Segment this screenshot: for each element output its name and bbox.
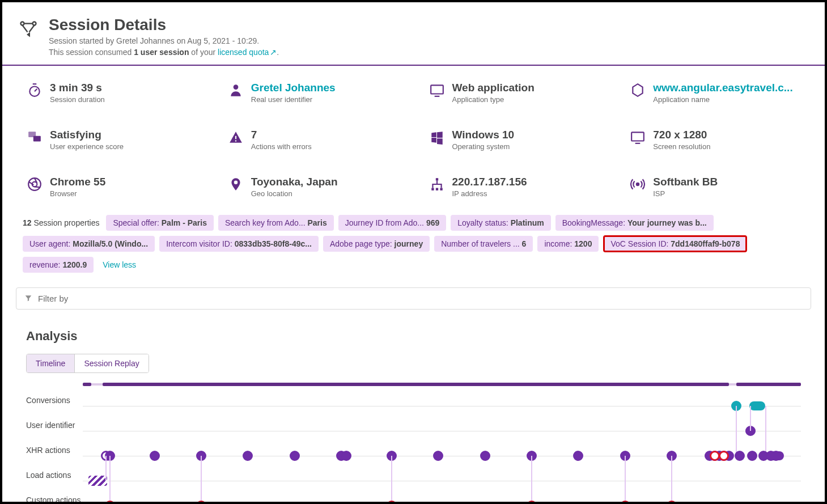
property-chip[interactable]: Loyalty status: Platinum — [451, 215, 551, 231]
consumed-line: This session consumed 1 user session of … — [49, 48, 279, 57]
property-chip[interactable]: Special offer: Palm - Paris — [106, 215, 214, 231]
session-icon — [18, 19, 39, 40]
stat-apptype: Web applicationApplication type — [430, 82, 608, 104]
stat-ux: SatisfyingUser experience score — [27, 129, 206, 151]
stat-res: 720 x 1280Screen resolution — [630, 129, 809, 151]
external-icon: ↗ — [270, 48, 277, 57]
svg-rect-13 — [431, 188, 434, 190]
row-label-load: Load actions — [26, 471, 83, 495]
timeline-point[interactable] — [747, 451, 757, 461]
svg-rect-15 — [440, 188, 442, 190]
timeline-point[interactable] — [573, 451, 583, 461]
hexagon-icon — [630, 83, 645, 98]
row-label-conversions: Conversions — [26, 396, 83, 421]
svg-point-1 — [33, 22, 36, 26]
timeline-point[interactable] — [710, 451, 720, 461]
page-title: Session Details — [49, 16, 279, 34]
tab-session-replay[interactable]: Session Replay — [74, 354, 148, 372]
svg-point-0 — [21, 22, 24, 26]
svg-rect-8 — [235, 140, 236, 141]
svg-point-3 — [233, 84, 238, 90]
timeline-chart: Conversions User identifier XHR actions … — [26, 383, 801, 504]
monitor-icon — [430, 83, 444, 98]
property-chip[interactable]: User agent: Mozilla/5.0 (Windo... — [23, 236, 155, 252]
session-properties: 12 Session properties Special offer: Pal… — [2, 215, 825, 273]
timeline-range-track[interactable] — [83, 383, 801, 386]
stat-ip: 220.17.187.156IP address — [430, 176, 608, 198]
row-label-useridentifier: User identifier — [26, 421, 83, 446]
timeline-point[interactable] — [243, 451, 253, 461]
property-chip[interactable]: Search key from Ado... Paris — [218, 215, 334, 231]
property-chip[interactable]: Adobe page type: journey — [323, 236, 430, 252]
timeline-point[interactable] — [433, 451, 443, 461]
row-label-custom: Custom actions — [26, 495, 83, 504]
stat-user[interactable]: Gretel JohannesReal user identifier — [228, 82, 407, 104]
antenna-icon — [630, 177, 645, 192]
stat-appname[interactable]: www.angular.easytravel.c...Application n… — [630, 82, 809, 104]
filter-by-input[interactable]: Filter by — [16, 287, 811, 310]
svg-point-16 — [637, 183, 639, 185]
property-chip[interactable]: VoC Session ID: 7dd1480ffaf9-b078 — [603, 235, 747, 252]
stat-os: Windows 10Operating system — [430, 129, 608, 151]
stopwatch-icon — [27, 83, 42, 98]
timeline-point[interactable] — [749, 401, 765, 410]
stat-errors: 7Actions with errors — [228, 129, 407, 151]
timeline-point[interactable] — [290, 451, 300, 461]
svg-rect-14 — [435, 188, 438, 190]
property-chip[interactable]: Intercom visitor ID: 0833db35-80f8-49c..… — [159, 236, 319, 252]
tab-timeline[interactable]: Timeline — [27, 354, 74, 372]
stat-isp: Softbank BBISP — [630, 176, 809, 198]
windows-icon — [430, 130, 444, 145]
stat-geo: Toyonaka, JapanGeo location — [228, 176, 407, 198]
user-icon — [228, 83, 243, 98]
svg-point-10 — [28, 178, 41, 190]
row-label-xhr: XHR actions — [26, 446, 83, 471]
svg-rect-4 — [431, 86, 443, 94]
stat-duration: 3 min 39 sSession duration — [27, 82, 206, 104]
svg-rect-7 — [235, 136, 236, 139]
property-chip[interactable]: Number of travelers ... 6 — [434, 236, 533, 252]
timeline-point[interactable] — [480, 451, 490, 461]
timeline-point[interactable] — [735, 451, 745, 461]
svg-rect-12 — [435, 178, 438, 180]
timeline-point[interactable] — [341, 451, 351, 461]
analysis-tabs: Timeline Session Replay — [26, 354, 149, 373]
warning-icon — [228, 130, 243, 145]
property-chip[interactable]: BookingMessage: Your journey was b... — [555, 215, 714, 231]
resolution-icon — [630, 130, 645, 145]
timeline-point[interactable] — [719, 451, 729, 461]
uxscore-icon — [27, 130, 42, 145]
timeline-point[interactable] — [150, 451, 160, 461]
filter-icon — [24, 294, 32, 302]
view-less-link[interactable]: View less — [98, 257, 141, 273]
props-count: 12 Session properties — [23, 218, 99, 227]
timeline-point[interactable] — [88, 476, 107, 486]
session-subtitle: Session started by Gretel Johannes on Au… — [49, 36, 279, 45]
network-icon — [430, 177, 444, 192]
chrome-icon — [27, 177, 42, 192]
stat-browser: Chrome 55Browser — [27, 176, 206, 198]
analysis-title: Analysis — [26, 329, 801, 344]
svg-rect-6 — [33, 136, 41, 142]
property-chip[interactable]: revenue: 1200.9 — [23, 257, 94, 273]
licensed-quota-link[interactable]: licensed quota↗ — [218, 48, 277, 57]
svg-rect-9 — [631, 132, 644, 141]
property-chip[interactable]: Journey ID from Ado... 969 — [338, 215, 447, 231]
location-icon — [228, 177, 243, 192]
property-chip[interactable]: income: 1200 — [537, 236, 599, 252]
timeline-point[interactable] — [766, 451, 783, 460]
